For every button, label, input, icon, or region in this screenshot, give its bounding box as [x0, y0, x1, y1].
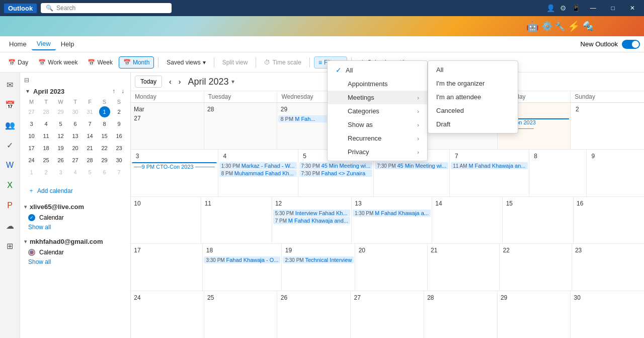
mini-day[interactable]: 12 — [55, 130, 66, 142]
cal-cell-apr11[interactable]: 11 — [201, 197, 272, 243]
cal-cell-apr17[interactable]: 17 — [131, 244, 203, 290]
meetings-submenu[interactable]: All I'm the organizer I'm an attendee Ca… — [428, 60, 518, 133]
month-view-button[interactable]: 📅 Month — [119, 56, 154, 69]
mini-day[interactable]: 8 — [99, 118, 110, 129]
cal-cell-apr13[interactable]: 13 1:30 PM M Fahad Khawaja a... — [352, 197, 432, 243]
mini-day[interactable]: 15 — [99, 130, 110, 142]
mini-day[interactable]: 1 — [26, 167, 37, 178]
cal-cell-apr29[interactable]: 29 — [498, 291, 571, 338]
mini-day[interactable]: 4 — [41, 118, 52, 129]
profile-icon[interactable]: 👤 — [546, 4, 555, 12]
submenu-item-all[interactable]: All — [428, 63, 518, 77]
mini-day[interactable]: 29 — [55, 106, 66, 117]
sidebar-icon-tasks[interactable]: ✓ — [2, 137, 18, 153]
add-calendar-button[interactable]: ＋ Add calendar — [24, 184, 126, 197]
filter-item-all[interactable]: ✓ All — [328, 63, 427, 77]
menu-view[interactable]: View — [32, 38, 56, 50]
search-input[interactable] — [56, 5, 157, 12]
cal-cell-apr25[interactable]: 25 — [204, 291, 278, 338]
mini-day[interactable]: 27 — [70, 155, 81, 166]
submenu-item-attendee[interactable]: I'm an attendee — [428, 90, 518, 104]
settings-icon[interactable]: ⚙ — [560, 4, 567, 12]
cal-cell-apr10[interactable]: 10 — [131, 197, 201, 243]
cal-cell-apr9[interactable]: 9 — [587, 150, 644, 196]
mini-day[interactable]: 3 — [26, 118, 37, 129]
mini-day[interactable]: 30 — [70, 106, 81, 117]
sidebar-icon-mail[interactable]: ✉ — [2, 77, 18, 93]
sidebar-icon-apps[interactable]: ⊞ — [2, 238, 18, 254]
submenu-item-draft[interactable]: Draft — [428, 117, 518, 131]
calendar-title[interactable]: April 2023 ▾ — [188, 77, 234, 87]
mini-day[interactable]: 24 — [26, 155, 37, 166]
mini-day[interactable]: 18 — [41, 143, 52, 154]
today-button[interactable]: Today — [135, 76, 162, 88]
account-header-xlive[interactable]: ▾ xlive65@live.com — [24, 203, 126, 211]
event-mfk-apr13[interactable]: 1:30 PM M Fahad Khawaja a... — [353, 210, 431, 217]
sidebar-icon-excel[interactable]: X — [2, 177, 18, 193]
menu-home[interactable]: Home — [4, 38, 32, 50]
cal-cell-apr18[interactable]: 18 3:30 PM Fahad Khawaja - O... — [203, 244, 282, 290]
mini-day[interactable]: 6 — [99, 167, 110, 178]
event-fahad-apr7[interactable]: 11 AM M Fahad Khawaja an... — [451, 162, 527, 169]
cal-cell-apr23[interactable]: 23 — [572, 244, 644, 290]
event-cto-apr3[interactable]: ──9 PM CTO-Con 2023 ───── — [132, 162, 217, 170]
mini-day[interactable]: 4 — [70, 167, 81, 178]
filter-dropdown[interactable]: ✓ All Appointments Meetings › Categories… — [327, 60, 428, 161]
event-mfk-apr4[interactable]: 8 PM Muhammad Fahad Kh... — [219, 170, 297, 177]
cal-cell-apr30[interactable]: 30 — [571, 291, 644, 338]
day-view-button[interactable]: 📅 Day — [4, 57, 32, 68]
close-button[interactable]: ✕ — [625, 5, 640, 12]
cal-cell-apr28[interactable]: 28 — [424, 291, 498, 338]
phone-icon[interactable]: 📱 — [572, 4, 580, 12]
calendar-item-gmail[interactable]: Calendar — [24, 247, 126, 257]
sidebar-icon-word[interactable]: W — [2, 157, 18, 173]
cal-cell-apr12[interactable]: 12 5:30 PM Interview Fahad Kh... 7 PM M … — [272, 197, 352, 243]
split-view-button[interactable]: Split view — [218, 57, 252, 68]
cal-cell-mar27[interactable]: Mar 27 — [131, 103, 204, 149]
sidebar-icon-people[interactable]: 👥 — [2, 117, 18, 133]
time-scale-button[interactable]: ⏱ Time scale — [260, 57, 305, 68]
work-week-view-button[interactable]: 📅 Work week — [34, 57, 82, 68]
collapse-panel-button[interactable]: ⊟ — [24, 77, 29, 84]
show-all-xlive[interactable]: Show all — [24, 223, 126, 232]
filter-item-appointments[interactable]: Appointments — [328, 77, 427, 91]
mini-day[interactable]: 13 — [70, 130, 81, 142]
mini-day[interactable]: 5 — [55, 118, 66, 129]
mini-cal-prev[interactable]: ↑ — [110, 87, 117, 96]
sidebar-icon-powerpoint[interactable]: P — [2, 197, 18, 214]
calendar-checkbox-gmail[interactable] — [28, 249, 35, 256]
submenu-item-organizer[interactable]: I'm the organizer — [428, 77, 518, 90]
saved-views-button[interactable]: Saved views ▾ — [163, 57, 209, 68]
cal-cell-apr8[interactable]: 8 — [529, 150, 587, 196]
account-header-gmail[interactable]: ▾ mkhfahad0@gmail.com — [24, 238, 126, 245]
filter-item-privacy[interactable]: Privacy › — [328, 145, 427, 159]
cal-cell-apr26[interactable]: 26 — [277, 291, 351, 338]
mini-day[interactable]: 27 — [26, 106, 37, 117]
mini-day-1[interactable]: 1 — [99, 106, 110, 117]
mini-cal-title[interactable]: April 2023 — [33, 88, 64, 95]
mini-day[interactable]: 16 — [114, 130, 125, 142]
cal-cell-apr20[interactable]: 20 — [355, 244, 427, 290]
mini-day[interactable]: 14 — [85, 130, 96, 142]
mini-day[interactable]: 29 — [99, 155, 110, 166]
cal-cell-apr14[interactable]: 14 — [432, 197, 503, 243]
week-view-button[interactable]: 📅 Week — [84, 57, 116, 68]
mini-day[interactable]: 26 — [55, 155, 66, 166]
calendar-checkbox-xlive[interactable] — [28, 214, 35, 221]
mini-day[interactable]: 11 — [41, 130, 52, 142]
event-interview-apr12[interactable]: 5:30 PM Interview Fahad Kh... — [273, 210, 350, 217]
cal-cell-apr16[interactable]: 16 — [574, 197, 644, 243]
mini-day[interactable]: 25 — [41, 155, 52, 166]
show-all-gmail[interactable]: Show all — [24, 257, 126, 266]
mini-day[interactable]: 22 — [99, 143, 110, 154]
cal-cell-apr15[interactable]: 15 — [503, 197, 573, 243]
cal-cell-apr4[interactable]: 4 1:30 PM Markaz - Fahad - W... 8 PM Muh… — [218, 150, 298, 196]
maximize-button[interactable]: □ — [606, 5, 620, 12]
mini-day[interactable]: 10 — [26, 130, 37, 142]
mini-day[interactable]: 19 — [55, 143, 66, 154]
prev-month-button[interactable]: ‹ — [166, 77, 175, 87]
event-mfk-apr12[interactable]: 7 PM M Fahad Khawaja and... — [273, 217, 350, 224]
mini-day[interactable]: 21 — [85, 143, 96, 154]
event-markaz-apr4[interactable]: 1:30 PM Markaz - Fahad - W... — [219, 162, 297, 169]
filter-item-meetings[interactable]: Meetings › — [328, 91, 427, 104]
